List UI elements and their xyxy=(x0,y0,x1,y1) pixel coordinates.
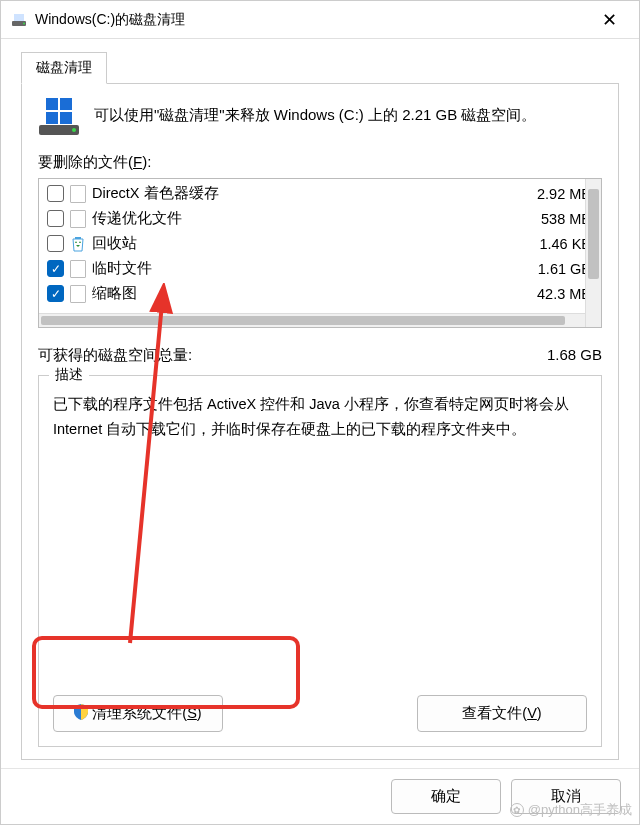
file-icon xyxy=(70,185,86,203)
file-name: 传递优化文件 xyxy=(92,209,535,228)
shield-icon xyxy=(74,704,88,720)
tab-disk-cleanup[interactable]: 磁盘清理 xyxy=(21,52,107,84)
vertical-scrollbar[interactable] xyxy=(585,179,601,327)
file-checkbox[interactable] xyxy=(47,235,64,252)
horizontal-scrollbar[interactable] xyxy=(39,313,585,327)
file-row[interactable]: DirectX 着色器缓存2.92 MB xyxy=(43,181,597,206)
file-checkbox[interactable] xyxy=(47,210,64,227)
recycle-bin-icon xyxy=(70,235,86,253)
tab-row: 磁盘清理 xyxy=(21,51,619,84)
total-space-label: 可获得的磁盘空间总量: xyxy=(38,346,192,365)
file-row[interactable]: 缩略图42.3 MB xyxy=(43,281,597,306)
window-title: Windows(C:)的磁盘清理 xyxy=(35,11,589,29)
header-description: 可以使用"磁盘清理"来释放 Windows (C:) 上的 2.21 GB 磁盘… xyxy=(94,98,536,135)
file-name: 临时文件 xyxy=(92,259,532,278)
files-list[interactable]: DirectX 着色器缓存2.92 MB传递优化文件538 MB回收站1.46 … xyxy=(38,178,602,328)
file-name: 缩略图 xyxy=(92,284,531,303)
file-name: 回收站 xyxy=(92,234,533,253)
file-name: DirectX 着色器缓存 xyxy=(92,184,531,203)
file-row[interactable]: 回收站1.46 KB xyxy=(43,231,597,256)
file-row[interactable]: 临时文件1.61 GB xyxy=(43,256,597,281)
disk-cleanup-icon xyxy=(11,12,27,28)
ok-button[interactable]: 确定 xyxy=(391,779,501,814)
files-to-delete-label: 要删除的文件(F): xyxy=(38,153,602,172)
file-icon xyxy=(70,260,86,278)
file-checkbox[interactable] xyxy=(47,260,64,277)
drive-icon xyxy=(38,98,80,135)
svg-rect-1 xyxy=(14,14,24,21)
total-space-value: 1.68 GB xyxy=(547,346,602,365)
clean-system-files-button[interactable]: 清理系统文件(S) xyxy=(53,695,223,732)
view-files-button[interactable]: 查看文件(V) xyxy=(417,695,587,732)
titlebar: Windows(C:)的磁盘清理 ✕ xyxy=(1,1,639,39)
file-checkbox[interactable] xyxy=(47,185,64,202)
svg-point-2 xyxy=(23,22,25,24)
close-button[interactable]: ✕ xyxy=(589,5,629,35)
file-icon xyxy=(70,285,86,303)
watermark: ✿@python高手养成 xyxy=(510,801,632,819)
description-legend: 描述 xyxy=(49,366,89,384)
file-checkbox[interactable] xyxy=(47,285,64,302)
file-row[interactable]: 传递优化文件538 MB xyxy=(43,206,597,231)
file-icon xyxy=(70,210,86,228)
description-text: 已下载的程序文件包括 ActiveX 控件和 Java 小程序，你查看特定网页时… xyxy=(53,392,587,441)
